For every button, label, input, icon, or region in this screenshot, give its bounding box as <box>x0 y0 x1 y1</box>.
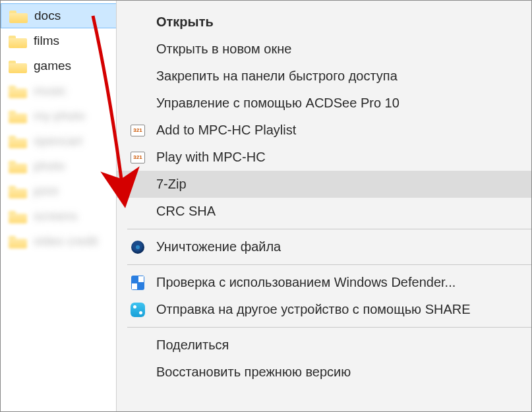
folder-label: music <box>34 84 67 98</box>
menu-icon-slot: 321 <box>129 152 147 163</box>
folder-label: print <box>34 184 58 198</box>
share-icon <box>131 303 145 317</box>
menu-item-label: Открыть <box>156 15 532 30</box>
menu-item[interactable]: 7-Zip <box>117 171 532 198</box>
shred-icon <box>131 241 144 254</box>
folder-row[interactable]: video credit <box>1 229 119 254</box>
folder-row[interactable]: photo <box>1 154 119 179</box>
folder-row[interactable]: screens <box>1 204 119 229</box>
menu-item-label: Отправка на другое устройство с помощью … <box>156 302 532 317</box>
menu-item-label: Поделиться <box>156 338 532 353</box>
folder-label: video credit <box>34 234 98 249</box>
folder-icon <box>9 134 27 148</box>
menu-item[interactable]: CRC SHA <box>117 198 532 225</box>
folder-label: films <box>34 34 59 48</box>
menu-item-label: Уничтожение файла <box>156 239 532 254</box>
folder-icon <box>9 209 27 223</box>
menu-item[interactable]: Уничтожение файла <box>117 233 532 260</box>
menu-item-label: 7-Zip <box>156 177 532 192</box>
menu-item-label: Открыть в новом окне <box>156 42 532 57</box>
folder-label: games <box>34 59 71 73</box>
shield-icon <box>131 276 144 290</box>
context-menu: ОткрытьОткрыть в новом окнеЗакрепить на … <box>116 1 532 412</box>
menu-item-label: Управление с помощью ACDSee Pro 10 <box>156 96 532 111</box>
menu-item-label: Проверка с использованием Windows Defend… <box>156 275 532 290</box>
menu-separator <box>127 264 532 265</box>
folder-label: photo <box>34 159 65 173</box>
menu-icon-slot: 321 <box>129 125 147 136</box>
mpc-icon: 321 <box>131 152 145 163</box>
folder-icon <box>9 9 28 23</box>
menu-item-label: Закрепить на панели быстрого доступа <box>156 69 532 84</box>
menu-separator <box>127 327 532 328</box>
menu-item[interactable]: Закрепить на панели быстрого доступа <box>117 63 532 90</box>
menu-item-label: Add to MPC-HC Playlist <box>156 123 532 138</box>
folder-icon <box>9 234 27 249</box>
menu-icon-slot <box>129 241 147 254</box>
folder-row[interactable]: docs <box>1 3 119 28</box>
folder-icon <box>9 109 27 123</box>
menu-icon-slot <box>129 276 147 290</box>
mpc-icon: 321 <box>131 125 145 136</box>
folder-row[interactable]: my photo <box>1 103 119 129</box>
menu-item-label: CRC SHA <box>156 204 532 219</box>
menu-item[interactable]: 321Add to MPC-HC Playlist <box>117 117 532 144</box>
folder-row[interactable]: films <box>1 28 119 53</box>
folder-label: screens <box>34 209 78 223</box>
menu-item[interactable]: Управление с помощью ACDSee Pro 10 <box>117 90 532 117</box>
folder-label: opencart <box>34 134 82 148</box>
menu-separator <box>127 229 532 229</box>
menu-item[interactable]: Проверка с использованием Windows Defend… <box>117 269 532 296</box>
folder-row[interactable]: opencart <box>1 129 119 154</box>
folder-row[interactable]: print <box>1 179 119 204</box>
menu-icon-slot <box>129 303 147 317</box>
menu-item[interactable]: Поделиться <box>117 332 532 359</box>
folder-icon <box>9 84 27 98</box>
folder-label: docs <box>34 9 61 23</box>
explorer-folder-list: docsfilmsgamesmusicmy photoopencartphoto… <box>1 1 119 254</box>
folder-label: my photo <box>34 109 85 123</box>
menu-item-label: Восстановить прежнюю версию <box>156 365 532 380</box>
folder-icon <box>9 184 27 198</box>
menu-item[interactable]: Восстановить прежнюю версию <box>117 359 532 386</box>
menu-item[interactable]: Отправка на другое устройство с помощью … <box>117 296 532 323</box>
folder-icon <box>9 34 27 48</box>
menu-item[interactable]: Открыть в новом окне <box>117 36 532 63</box>
menu-item[interactable]: Открыть <box>117 9 532 36</box>
folder-row[interactable]: games <box>1 53 119 78</box>
menu-item-label: Play with MPC-HC <box>156 150 532 165</box>
folder-icon <box>9 59 27 73</box>
folder-icon <box>9 159 27 173</box>
menu-item[interactable]: 321Play with MPC-HC <box>117 144 532 171</box>
folder-row[interactable]: music <box>1 78 119 103</box>
